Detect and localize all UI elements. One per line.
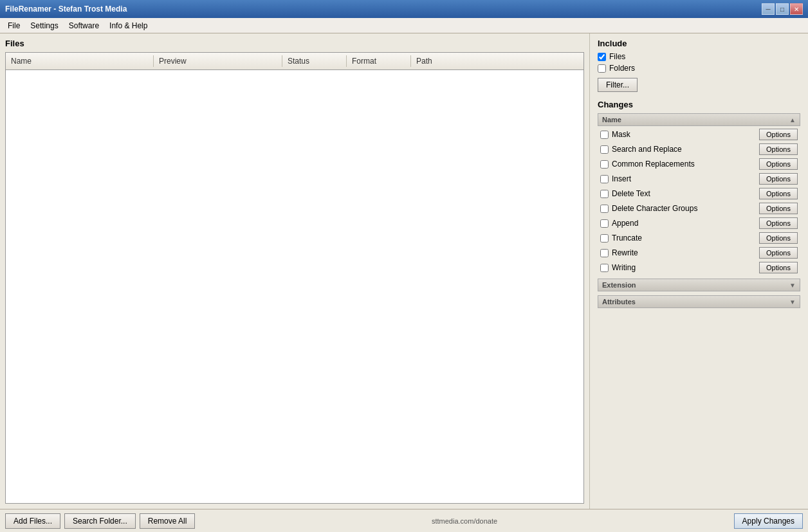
search-replace-options-button[interactable]: Options — [759, 143, 798, 155]
mask-label: Mask — [612, 130, 630, 139]
change-row-delete-char-groups: Delete Character Groups Options — [598, 201, 800, 216]
change-row-delete-text: Delete Text Options — [598, 187, 800, 201]
delete-text-checkbox[interactable] — [600, 190, 609, 198]
right-panel: Include Files Folders Filter... Changes … — [589, 33, 808, 509]
writing-label: Writing — [612, 263, 636, 272]
left-panel: Files Name Preview Status Format Path — [0, 33, 589, 509]
insert-checkbox[interactable] — [600, 175, 609, 183]
files-checkbox[interactable] — [598, 53, 606, 61]
change-row-insert: Insert Options — [598, 172, 800, 186]
rewrite-label: Rewrite — [612, 248, 638, 257]
change-row-rewrite: Rewrite Options — [598, 246, 800, 260]
common-replacements-label: Common Replacements — [612, 160, 695, 169]
files-checkbox-row: Files — [598, 52, 800, 61]
filter-button[interactable]: Filter... — [598, 78, 638, 92]
folders-checkbox[interactable] — [598, 64, 606, 73]
menu-software[interactable]: Software — [64, 19, 104, 32]
title-bar-text: FileRenamer - Stefan Trost Media — [5, 5, 127, 14]
delete-char-groups-label: Delete Character Groups — [612, 204, 697, 213]
menu-file[interactable]: File — [3, 19, 25, 32]
folders-checkbox-row: Folders — [598, 64, 800, 73]
truncate-options-button[interactable]: Options — [759, 232, 798, 244]
changes-name-header[interactable]: Name ▲ — [598, 113, 800, 126]
changes-section: Changes Name ▲ Mask Options — [598, 100, 800, 504]
attributes-label: Attributes — [602, 298, 636, 306]
menu-info-help[interactable]: Info & Help — [104, 19, 152, 32]
truncate-label: Truncate — [612, 234, 642, 243]
menu-settings[interactable]: Settings — [25, 19, 63, 32]
append-options-button[interactable]: Options — [759, 217, 798, 229]
col-format-header: Format — [347, 55, 411, 67]
col-status-header: Status — [282, 55, 347, 67]
close-button[interactable]: ✕ — [790, 3, 803, 15]
col-name-header: Name — [6, 55, 154, 67]
left-bottom-buttons: Add Files... Search Folder... Remove All — [5, 513, 195, 529]
collapse-arrow-icon: ▲ — [789, 116, 796, 124]
folders-label: Folders — [609, 64, 635, 73]
writing-options-button[interactable]: Options — [759, 262, 798, 273]
change-row-append: Append Options — [598, 216, 800, 230]
title-bar: FileRenamer - Stefan Trost Media ─ □ ✕ — [0, 0, 808, 18]
change-items-list: Mask Options Search and Replace Options … — [598, 127, 800, 275]
col-path-header: Path — [411, 55, 583, 67]
attributes-arrow-icon: ▼ — [789, 298, 796, 306]
remove-all-button[interactable]: Remove All — [140, 513, 196, 529]
change-row-common-replacements: Common Replacements Options — [598, 157, 800, 171]
mask-checkbox[interactable] — [600, 131, 609, 139]
extension-arrow-icon: ▼ — [789, 282, 796, 289]
extension-section[interactable]: Extension ▼ — [598, 279, 800, 291]
bottom-strip: Add Files... Search Folder... Remove All… — [0, 509, 808, 532]
include-section: Include Files Folders Filter... — [598, 39, 800, 92]
append-checkbox[interactable] — [600, 219, 609, 228]
truncate-checkbox[interactable] — [600, 234, 609, 243]
insert-options-button[interactable]: Options — [759, 173, 798, 185]
table-body — [6, 70, 583, 503]
files-label: Files — [609, 52, 625, 61]
delete-char-groups-options-button[interactable]: Options — [759, 203, 798, 214]
rewrite-checkbox[interactable] — [600, 249, 609, 257]
col-preview-header: Preview — [154, 55, 282, 67]
add-files-button[interactable]: Add Files... — [5, 513, 60, 529]
writing-checkbox[interactable] — [600, 264, 609, 272]
change-row-truncate: Truncate Options — [598, 231, 800, 245]
menu-bar: File Settings Software Info & Help — [0, 18, 808, 33]
delete-text-options-button[interactable]: Options — [759, 188, 798, 199]
append-label: Append — [612, 219, 638, 228]
change-row-mask: Mask Options — [598, 127, 800, 142]
delete-text-label: Delete Text — [612, 189, 650, 198]
changes-title: Changes — [598, 100, 800, 109]
change-row-search-replace: Search and Replace Options — [598, 142, 800, 156]
title-bar-controls: ─ □ ✕ — [762, 3, 803, 15]
apply-changes-button[interactable]: Apply Changes — [734, 513, 803, 529]
search-folder-button[interactable]: Search Folder... — [64, 513, 136, 529]
changes-name-label: Name — [602, 116, 621, 124]
main-content: Files Name Preview Status Format Path In… — [0, 33, 808, 509]
minimize-button[interactable]: ─ — [762, 3, 775, 15]
search-replace-checkbox[interactable] — [600, 145, 609, 154]
donate-text: sttmedia.com/donate — [432, 517, 497, 525]
common-replacements-checkbox[interactable] — [600, 160, 609, 169]
extension-label: Extension — [602, 281, 636, 289]
attributes-section[interactable]: Attributes ▼ — [598, 295, 800, 308]
maximize-button[interactable]: □ — [776, 3, 789, 15]
include-title: Include — [598, 39, 800, 48]
files-table: Name Preview Status Format Path — [5, 52, 584, 504]
insert-label: Insert — [612, 174, 631, 183]
mask-options-button[interactable]: Options — [759, 129, 798, 140]
delete-char-groups-checkbox[interactable] — [600, 205, 609, 213]
table-header: Name Preview Status Format Path — [6, 53, 583, 70]
common-replacements-options-button[interactable]: Options — [759, 158, 798, 170]
files-header: Files — [5, 39, 584, 48]
search-replace-label: Search and Replace — [612, 145, 682, 154]
change-row-writing: Writing Options — [598, 261, 800, 275]
rewrite-options-button[interactable]: Options — [759, 247, 798, 259]
